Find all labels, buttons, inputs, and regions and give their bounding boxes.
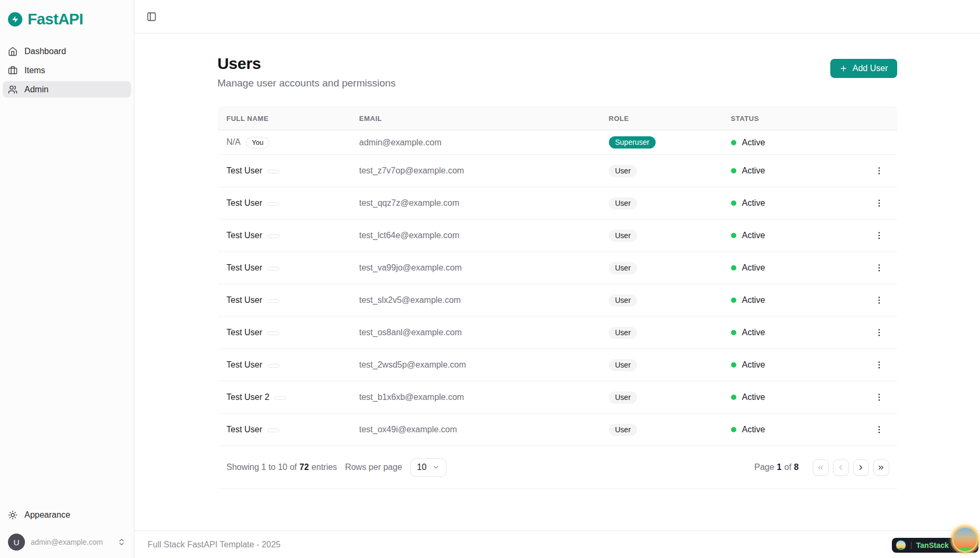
table-row: Test User test_va99jo@example.com User A… (218, 252, 897, 284)
briefcase-icon (8, 66, 18, 75)
sidebar: FastAPI Dashboard Items Admin Appearance (0, 0, 134, 558)
rows-per-page-select[interactable]: 10 (410, 458, 446, 477)
last-page-button[interactable] (873, 459, 889, 476)
user-full-name: Test User (227, 166, 263, 175)
tanstack-devtools-toggle-button[interactable] (952, 526, 978, 553)
sidebar-item-label: Items (24, 66, 45, 75)
status-text: Active (742, 328, 766, 337)
user-email: test_os8anl@example.com (350, 328, 600, 337)
more-vertical-icon (874, 295, 884, 305)
role-badge: User (609, 294, 638, 307)
role-badge: User (609, 327, 638, 339)
status-text: Active (742, 231, 766, 240)
status-text: Active (742, 138, 766, 147)
row-actions-menu-button[interactable] (872, 163, 887, 178)
more-vertical-icon (874, 166, 884, 176)
more-vertical-icon (874, 360, 884, 370)
status-dot (731, 298, 736, 303)
status-text: Active (742, 263, 766, 273)
role-badge: User (609, 262, 638, 274)
row-actions-menu-button[interactable] (872, 358, 887, 372)
showing-entries-text: Showing 1 to 10 of72entries (227, 463, 337, 472)
appearance-button[interactable]: Appearance (3, 507, 131, 523)
add-user-button[interactable]: Add User (830, 59, 897, 78)
chevron-down-icon (432, 464, 440, 471)
you-badge (274, 396, 286, 400)
table-body: N/AYou admin@example.com Superuser Activ… (218, 130, 897, 446)
user-full-name: Test User (227, 328, 263, 337)
column-header-full-name: FULL NAME (218, 115, 350, 123)
sidebar-item-label: Dashboard (24, 47, 66, 56)
user-full-name: Test User (227, 198, 263, 207)
current-page-number: 1 (777, 463, 781, 472)
user-email: test_ox49i@example.com (350, 425, 600, 434)
status-dot (731, 395, 736, 400)
previous-page-button[interactable] (833, 459, 849, 476)
footer-text: Full Stack FastAPI Template - 2025 (148, 540, 280, 550)
users-icon (8, 85, 18, 94)
you-badge (268, 202, 279, 206)
fastapi-logo[interactable]: FastAPI (8, 11, 134, 28)
users-table: FULL NAME EMAIL ROLE STATUS N/AYou admin… (218, 107, 897, 446)
row-actions-menu-button[interactable] (872, 293, 887, 308)
row-actions-menu-button[interactable] (872, 422, 887, 437)
user-email: test_qqz7z@example.com (350, 198, 600, 208)
user-email: test_2wsd5p@example.com (350, 360, 600, 370)
table-row: Test User test_slx2v5@example.com User A… (218, 284, 897, 317)
status-dot (731, 265, 736, 271)
pagination-bar: Showing 1 to 10 of72entries Rows per pag… (218, 446, 897, 489)
status-text: Active (742, 166, 766, 176)
row-actions-menu-button[interactable] (872, 196, 887, 211)
sidebar-item-admin[interactable]: Admin (3, 81, 131, 98)
sidebar-item-dashboard[interactable]: Dashboard (3, 43, 131, 59)
user-full-name: Test User (227, 360, 263, 369)
row-actions-menu-button[interactable] (872, 260, 887, 275)
divider (911, 542, 912, 549)
page-content: Users Manage user accounts and permissio… (134, 33, 980, 530)
role-badge: User (609, 165, 638, 177)
role-badge: Superuser (609, 136, 656, 149)
user-email: test_z7v7op@example.com (350, 166, 600, 176)
row-actions-menu-button[interactable] (872, 325, 887, 340)
sidebar-toggle-button[interactable] (144, 10, 159, 24)
status-text: Active (742, 198, 766, 208)
table-row: Test User 2 test_b1x6xb@example.com User… (218, 381, 897, 414)
user-full-name: Test User (227, 263, 263, 272)
row-actions-menu-button[interactable] (872, 228, 887, 243)
next-page-button[interactable] (853, 459, 869, 476)
rows-per-page-label: Rows per page (345, 463, 402, 472)
status-dot (731, 200, 736, 206)
user-full-name: Test User (227, 425, 263, 434)
avatar: U (8, 534, 25, 551)
table-row: Test User test_qqz7z@example.com User Ac… (218, 187, 897, 220)
first-page-button[interactable] (813, 459, 829, 476)
user-menu-button[interactable]: U admin@example.com (3, 530, 131, 554)
total-entries-count: 72 (299, 463, 309, 472)
more-vertical-icon (874, 328, 884, 337)
you-badge (268, 299, 279, 303)
status-text: Active (742, 295, 766, 305)
sidebar-item-items[interactable]: Items (3, 62, 131, 79)
tanstack-logo-icon (896, 540, 906, 551)
status-text: Active (742, 425, 766, 434)
column-header-status: STATUS (722, 115, 855, 123)
sidebar-item-label: Admin (24, 85, 48, 94)
status-text: Active (742, 393, 766, 402)
user-email: test_lct64e@example.com (350, 231, 600, 240)
table-row: Test User test_lct64e@example.com User A… (218, 220, 897, 252)
status-dot (731, 330, 736, 335)
user-email: test_b1x6xb@example.com (350, 393, 600, 402)
row-actions-menu-button[interactable] (872, 390, 887, 405)
fastapi-logo-icon (8, 12, 22, 27)
more-vertical-icon (874, 263, 884, 273)
you-badge (268, 170, 279, 173)
user-full-name: N/A (227, 137, 241, 146)
app-window: FastAPI Dashboard Items Admin Appearance (0, 0, 980, 558)
page-subtitle: Manage user accounts and permissions (218, 77, 396, 89)
status-dot (731, 140, 736, 145)
page-header: Users Manage user accounts and permissio… (218, 55, 897, 89)
sidebar-bottom: Appearance U admin@example.com (0, 507, 134, 558)
app-footer: Full Stack FastAPI Template - 2025 (134, 530, 980, 558)
role-badge: User (609, 230, 638, 242)
panel-left-icon (147, 12, 157, 22)
